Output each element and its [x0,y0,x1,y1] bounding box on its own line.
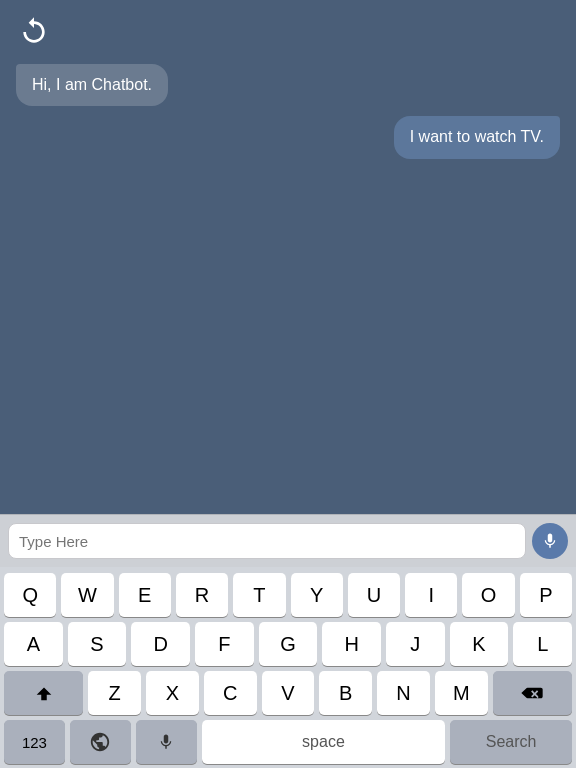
key-space[interactable]: space [202,720,446,764]
key-Q[interactable]: Q [4,573,56,617]
key-N[interactable]: N [377,671,430,715]
key-W[interactable]: W [61,573,113,617]
key-shift[interactable] [4,671,83,715]
key-F[interactable]: F [195,622,254,666]
user-message-0: I want to watch TV. [394,116,560,158]
key-X[interactable]: X [146,671,199,715]
chat-area: Hi, I am Chatbot. I want to watch TV. [0,0,576,514]
key-search[interactable]: Search [450,720,572,764]
mic-button-input[interactable] [532,523,568,559]
key-Z[interactable]: Z [88,671,141,715]
key-V[interactable]: V [262,671,315,715]
key-A[interactable]: A [4,622,63,666]
key-row-2: A S D F G H J K L [4,622,572,666]
key-E[interactable]: E [119,573,171,617]
key-B[interactable]: B [319,671,372,715]
key-J[interactable]: J [386,622,445,666]
key-G[interactable]: G [259,622,318,666]
key-row-bottom: 123 space Search [4,720,572,764]
key-Y[interactable]: Y [291,573,343,617]
key-K[interactable]: K [450,622,509,666]
key-O[interactable]: O [462,573,514,617]
key-row-3: Z X C V B N M [4,671,572,715]
key-D[interactable]: D [131,622,190,666]
key-globe[interactable] [70,720,131,764]
key-mic-keyboard[interactable] [136,720,197,764]
text-input[interactable] [8,523,526,559]
messages-container: Hi, I am Chatbot. I want to watch TV. [16,64,560,159]
key-backspace[interactable] [493,671,572,715]
key-I[interactable]: I [405,573,457,617]
key-numbers[interactable]: 123 [4,720,65,764]
key-C[interactable]: C [204,671,257,715]
key-L[interactable]: L [513,622,572,666]
bot-message-0: Hi, I am Chatbot. [16,64,168,106]
key-H[interactable]: H [322,622,381,666]
key-M[interactable]: M [435,671,488,715]
input-bar [0,514,576,567]
key-T[interactable]: T [233,573,285,617]
key-S[interactable]: S [68,622,127,666]
key-P[interactable]: P [520,573,572,617]
keyboard: Q W E R T Y U I O P A S D F G H J K L Z … [0,567,576,768]
reset-button[interactable] [14,12,54,55]
key-U[interactable]: U [348,573,400,617]
key-R[interactable]: R [176,573,228,617]
key-row-1: Q W E R T Y U I O P [4,573,572,617]
